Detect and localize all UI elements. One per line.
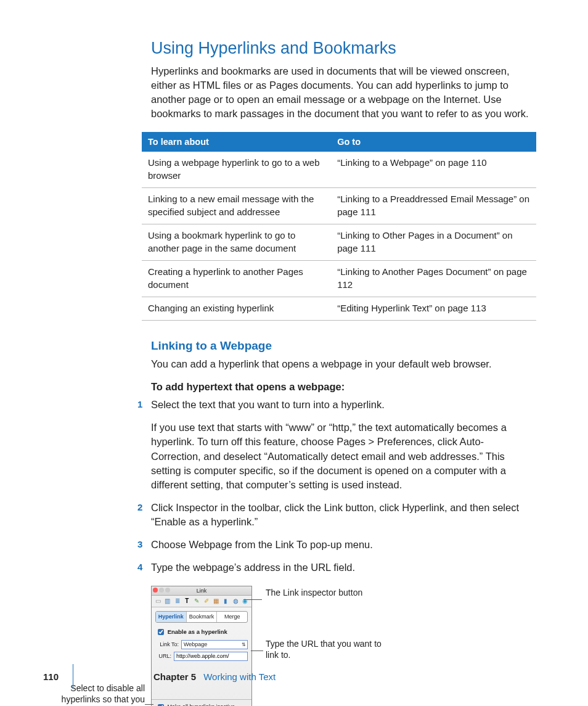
table-cell-learn: Changing an existing hyperlink bbox=[142, 297, 331, 321]
url-label: URL: bbox=[155, 652, 171, 660]
subsection-intro: You can add a hyperlink that opens a web… bbox=[151, 357, 533, 371]
table-cell-goto: “Linking to a Webpage” on page 110 bbox=[331, 152, 536, 188]
callout-link-button: The Link inspector button bbox=[266, 587, 362, 598]
procedure-steps: 1 Select the text that you want to turn … bbox=[151, 398, 533, 575]
close-icon[interactable] bbox=[153, 588, 158, 593]
procedure-heading: To add hypertext that opens a webpage: bbox=[151, 380, 533, 394]
inspector-title-text: Link bbox=[197, 588, 207, 594]
table-row: Changing an existing hyperlink “Editing … bbox=[142, 297, 536, 321]
table-row: Using a webpage hyperlink to go to a web… bbox=[142, 152, 536, 188]
step-item: 1 Select the text that you want to turn … bbox=[151, 398, 533, 492]
footer-divider bbox=[73, 664, 73, 689]
linkto-select[interactable]: Webpage bbox=[181, 640, 248, 649]
step-item: 3 Choose Webpage from the Link To pop-up… bbox=[151, 538, 533, 552]
document-inspector-icon[interactable]: ▭ bbox=[154, 597, 161, 605]
enable-hyperlink-checkbox[interactable] bbox=[158, 629, 164, 635]
linkto-label: Link To: bbox=[155, 641, 179, 649]
text-inspector-icon[interactable]: T bbox=[183, 597, 190, 605]
table-cell-learn: Using a webpage hyperlink to go to a web… bbox=[142, 152, 331, 188]
page-footer: 110 Chapter 5 Working with Text bbox=[43, 664, 539, 689]
zoom-icon bbox=[165, 588, 170, 593]
layout-inspector-icon[interactable]: ▥ bbox=[164, 597, 171, 605]
tab-bookmark[interactable]: Bookmark bbox=[187, 612, 218, 622]
enable-hyperlink-row: Enable as a hyperlink bbox=[152, 625, 251, 639]
callout-leader bbox=[145, 704, 153, 705]
table-header-learn: To learn about bbox=[142, 132, 331, 152]
chapter-title: Working with Text bbox=[203, 670, 276, 683]
tab-segmented-control[interactable]: Hyperlink Bookmark Merge bbox=[155, 611, 248, 623]
table-cell-goto: “Linking to Another Pages Document” on p… bbox=[331, 261, 536, 297]
step-item: 4 Type the webpage’s address in the URL … bbox=[151, 560, 533, 575]
step-number: 2 bbox=[137, 501, 142, 514]
inspector-icon-toolbar: ▭ ▥ ≣ T ✎ ✐ ▦ ▮ ◍ ◉ bbox=[152, 596, 251, 607]
table-row: Creating a hyperlink to another Pages do… bbox=[142, 261, 536, 297]
chapter-label: Chapter 5 bbox=[153, 670, 196, 683]
step-text: Select the text that you want to turn in… bbox=[151, 399, 385, 410]
table-cell-goto: “Linking to Other Pages in a Document” o… bbox=[331, 224, 536, 261]
step-text: Type the webpage’s address in the URL fi… bbox=[151, 562, 355, 573]
url-field-row: URL: bbox=[152, 651, 251, 662]
table-header-goto: Go to bbox=[331, 132, 536, 152]
step-text: Click Inspector in the toolbar, click th… bbox=[151, 502, 519, 527]
table-cell-learn: Linking to a new email message with the … bbox=[142, 188, 331, 224]
callout-leader bbox=[251, 651, 263, 651]
make-inactive-label: Make all hyperlinks inactive bbox=[168, 704, 235, 706]
table-cell-goto: “Editing Hyperlink Text” on page 113 bbox=[331, 297, 536, 321]
step-number: 1 bbox=[137, 398, 142, 411]
table-cell-goto: “Linking to a Preaddressed Email Message… bbox=[331, 188, 536, 224]
step-item: 2 Click Inspector in the toolbar, click … bbox=[151, 501, 533, 529]
url-input[interactable] bbox=[174, 652, 248, 661]
step-number: 4 bbox=[137, 560, 142, 573]
inactive-row: Make all hyperlinks inactive bbox=[152, 699, 251, 706]
intro-paragraph: Hyperlinks and bookmarks are used in doc… bbox=[151, 64, 533, 121]
metrics-inspector-icon[interactable]: ✐ bbox=[203, 597, 210, 605]
section-heading: Using Hyperlinks and Bookmarks bbox=[151, 37, 533, 60]
wrap-inspector-icon[interactable]: ≣ bbox=[174, 597, 181, 605]
table-row: Linking to a new email message with the … bbox=[142, 188, 536, 224]
reference-table: To learn about Go to Using a webpage hyp… bbox=[142, 132, 536, 321]
linkto-field: Link To: Webpage bbox=[152, 639, 251, 651]
table-row: Using a bookmark hyperlink to go to anot… bbox=[142, 224, 536, 261]
graphic-inspector-icon[interactable]: ✎ bbox=[193, 597, 200, 605]
subsection-heading: Linking to a Webpage bbox=[151, 338, 533, 355]
chart-inspector-icon[interactable]: ▮ bbox=[222, 597, 229, 605]
minimize-icon bbox=[159, 588, 164, 593]
table-cell-learn: Creating a hyperlink to another Pages do… bbox=[142, 261, 331, 297]
step-text: Choose Webpage from the Link To pop-up m… bbox=[151, 539, 373, 550]
tab-merge[interactable]: Merge bbox=[217, 612, 247, 622]
table-cell-learn: Using a bookmark hyperlink to go to anot… bbox=[142, 224, 331, 261]
callout-url-field: Type the URL that you want to link to. bbox=[266, 638, 389, 660]
link-inspector-icon[interactable]: ◍ bbox=[232, 597, 239, 605]
page-number: 110 bbox=[43, 670, 70, 683]
step-extra: If you use text that starts with “www” o… bbox=[151, 421, 533, 491]
table-inspector-icon[interactable]: ▦ bbox=[213, 597, 220, 605]
inspector-titlebar: Link bbox=[152, 586, 251, 596]
quicktime-inspector-icon[interactable]: ◉ bbox=[242, 597, 249, 605]
window-traffic-lights bbox=[153, 588, 170, 593]
enable-hyperlink-label: Enable as a hyperlink bbox=[168, 628, 227, 634]
step-number: 3 bbox=[137, 538, 142, 551]
tab-hyperlink[interactable]: Hyperlink bbox=[156, 612, 187, 622]
table-header-row: To learn about Go to bbox=[142, 132, 536, 152]
callout-leader bbox=[243, 599, 262, 600]
